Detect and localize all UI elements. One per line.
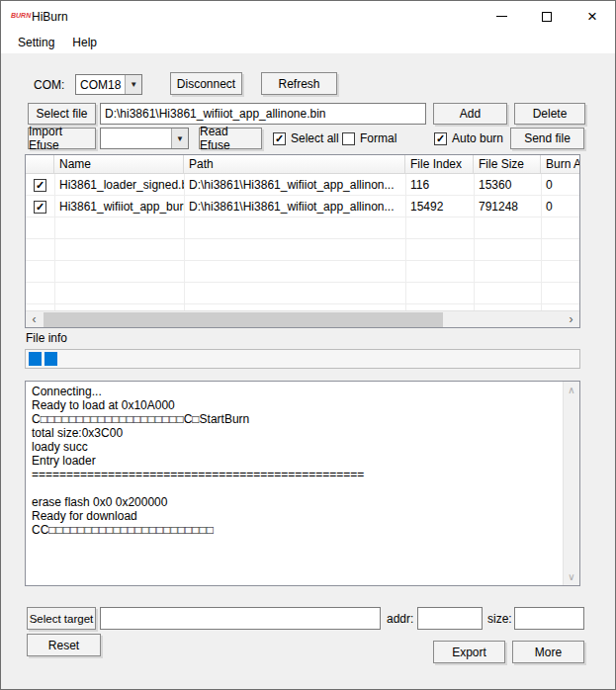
maximize-icon [542, 12, 552, 22]
cell-burn-addr: 0 [541, 196, 579, 217]
chevron-down-icon[interactable]: ▼ [171, 129, 188, 148]
header-name[interactable]: Name [54, 155, 184, 173]
checkbox-icon[interactable]: ✓ [34, 179, 46, 192]
addr-input[interactable] [417, 607, 483, 630]
auto-burn-label: Auto burn [452, 131, 503, 145]
table-body: ✓Hi3861_loader_signed.binD:\hi3861\Hi386… [26, 174, 579, 310]
horizontal-scrollbar[interactable]: ‹ › [26, 310, 579, 327]
burn-app-icon: BURN [11, 12, 31, 19]
checkbox-icon[interactable]: ✓ [34, 201, 46, 214]
export-button[interactable]: Export [433, 641, 505, 663]
reset-button[interactable]: Reset [27, 634, 101, 656]
log-panel[interactable]: Connecting... Ready to load at 0x10A000 … [25, 381, 580, 586]
header-file-index[interactable]: File Index [405, 155, 474, 173]
progress-bar [25, 349, 580, 369]
file-info-label: File info [26, 331, 67, 345]
delete-button[interactable]: Delete [514, 103, 585, 125]
cell-file-size: 791248 [474, 196, 541, 217]
progress-segment [29, 352, 42, 366]
checkbox-icon: ✓ [273, 132, 286, 145]
more-button[interactable]: More [512, 641, 584, 663]
select-target-button[interactable]: Select target [27, 607, 96, 630]
maximize-button[interactable] [524, 1, 570, 32]
auto-burn-checkbox[interactable]: ✓ Auto burn [434, 131, 503, 145]
scroll-down-icon[interactable]: ∨ [564, 568, 579, 585]
com-port-value: COM18 [76, 78, 125, 92]
com-label: COM: [34, 78, 64, 92]
size-input[interactable] [514, 607, 584, 630]
cell-path: D:\hi3861\Hi3861_wifiiot_app_allinon... [184, 196, 405, 217]
close-button[interactable]: × [570, 1, 615, 32]
select-all-label: Select all [291, 131, 339, 145]
checkbox-icon: ✓ [434, 132, 447, 145]
vertical-scrollbar[interactable]: ∧ ∨ [563, 382, 579, 585]
cell-name: Hi3861_wifiiot_app_burn... [54, 196, 184, 217]
scroll-right-icon[interactable]: › [563, 311, 579, 327]
read-efuse-button[interactable]: Read Efuse [199, 128, 262, 149]
chevron-down-icon[interactable]: ▼ [125, 75, 141, 94]
header-path[interactable]: Path [184, 155, 405, 173]
add-button[interactable]: Add [433, 103, 507, 125]
checkbox-icon [342, 132, 355, 145]
target-input[interactable] [100, 607, 381, 630]
log-text: Connecting... Ready to load at 0x10A000 … [26, 382, 563, 585]
minimize-button[interactable] [479, 1, 524, 32]
file-table: Name Path File Index File Size Burn A ✓H… [25, 154, 580, 328]
cell-file-size: 15360 [474, 174, 541, 196]
minimize-icon [496, 16, 507, 17]
menu-setting[interactable]: Setting [9, 33, 63, 53]
disconnect-button[interactable]: Disconnect [170, 72, 242, 95]
table-row[interactable]: ✓Hi3861_loader_signed.binD:\hi3861\Hi386… [26, 174, 579, 196]
header-burn-addr[interactable]: Burn A [541, 155, 579, 173]
import-efuse-button[interactable]: Import Efuse [28, 128, 96, 149]
close-icon: × [587, 8, 597, 25]
formal-checkbox[interactable]: Formal [342, 131, 396, 145]
select-all-checkbox[interactable]: ✓ Select all [273, 131, 339, 145]
progress-segment [44, 352, 57, 366]
table-header: Name Path File Index File Size Burn A [26, 155, 579, 174]
cell-file-index: 116 [405, 174, 474, 196]
cell-path: D:\hi3861\Hi3861_wifiiot_app_allinon... [184, 174, 405, 196]
table-row[interactable]: ✓Hi3861_wifiiot_app_burn...D:\hi3861\Hi3… [26, 196, 579, 217]
select-file-button[interactable]: Select file [28, 103, 96, 125]
menu-help[interactable]: Help [63, 33, 106, 53]
cell-file-index: 15492 [405, 196, 474, 217]
com-port-select[interactable]: COM18 ▼ [75, 74, 142, 95]
app-window: BURN HiBurn × Setting Help COM: COM18 ▼ … [0, 0, 616, 690]
size-label: size: [487, 612, 512, 626]
addr-label: addr: [387, 612, 413, 626]
scroll-left-icon[interactable]: ‹ [26, 311, 43, 327]
cell-burn-addr: 0 [541, 174, 579, 196]
cell-name: Hi3861_loader_signed.bin [54, 174, 184, 196]
formal-label: Formal [360, 131, 396, 145]
menu-bar: Setting Help [1, 33, 615, 53]
scroll-up-icon[interactable]: ∧ [564, 382, 579, 398]
title-bar: BURN HiBurn × [1, 1, 615, 33]
header-checkbox-column[interactable] [26, 155, 54, 173]
refresh-button[interactable]: Refresh [261, 72, 337, 95]
header-file-size[interactable]: File Size [474, 155, 541, 173]
efuse-select[interactable]: ▼ [100, 128, 189, 149]
send-file-button[interactable]: Send file [510, 128, 584, 149]
horizontal-scrollbar-thumb[interactable] [44, 312, 443, 327]
window-title: HiBurn [32, 10, 68, 24]
file-path-input[interactable]: D:\hi3861\Hi3861_wifiiot_app_allinone.bi… [100, 103, 426, 125]
